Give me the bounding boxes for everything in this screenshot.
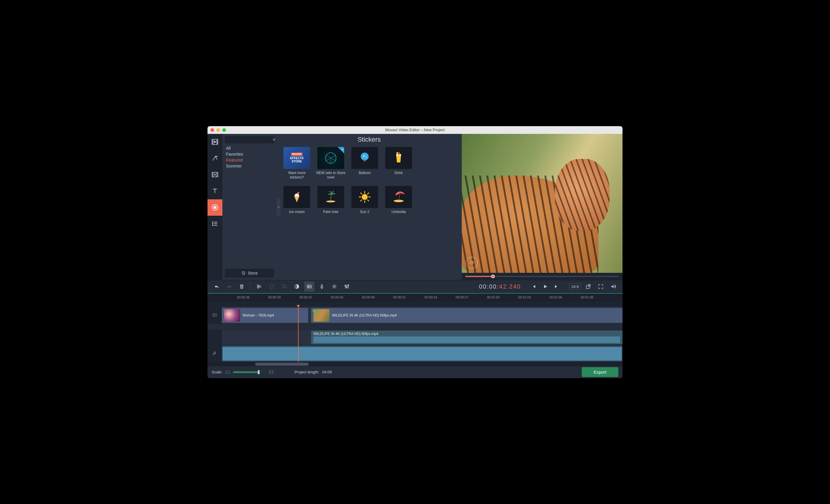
volume-button[interactable] [608,281,618,292]
clip-audio[interactable]: WILDLIFE IN 4K (ULTRA HD) 60fps.mp4 [311,331,622,344]
waveform [314,336,620,343]
svg-point-20 [257,287,259,288]
tracks: Woman - 7826.mp4 ★ WILDLIFE IN 4K (ULTRA… [208,307,622,362]
project-length-label: Project length: [294,370,319,374]
tile-icecream[interactable]: Ice cream [282,186,312,219]
export-button[interactable]: Export [582,367,618,377]
wizard-button[interactable] [304,281,314,292]
left-rail [208,134,222,280]
tile-umbrella[interactable]: Umbrella [384,186,414,219]
tile-sun[interactable]: Sun 2 [350,186,380,219]
stickers-grid: MOVAVIEFFECTSSTORE Want more stickers? N… [282,147,456,219]
umb-thumb [385,186,412,208]
collapse-panel-button[interactable]: ‹ [277,198,281,216]
tile-store[interactable]: MOVAVIEFFECTSSTORE Want more stickers? [282,147,312,180]
popout-button[interactable] [583,281,593,292]
toolbar: 00:00:42.240 16:9 [208,280,622,293]
rail-media[interactable] [208,134,222,150]
svg-point-26 [345,285,346,286]
preview-canvas[interactable]: J K [462,134,622,273]
rail-transitions[interactable] [208,167,222,183]
ruler-tick: 00:00:39 [268,296,281,299]
svg-point-25 [334,286,335,288]
clip-music[interactable] [222,346,622,361]
aspect-ratio[interactable]: 16:9 [569,283,581,290]
music-track-head[interactable] [208,345,222,362]
audio-track-body[interactable]: WILDLIFE IN 4K (ULTRA HD) 60fps.mp4 [222,330,622,344]
clip-woman[interactable]: Woman - 7826.mp4 [222,308,308,323]
cat-summer[interactable]: Summer [225,163,274,169]
timecode: 00:00:42.240 [479,283,521,290]
video-track-body[interactable]: Woman - 7826.mp4 ★ WILDLIFE IN 4K (ULTRA… [222,307,622,324]
svg-rect-32 [269,371,273,373]
tile-label: NEW sets in Store now! [316,171,346,180]
clear-search-icon[interactable]: ✕ [273,137,276,142]
rotate-button[interactable] [267,281,277,292]
record-button[interactable] [317,281,327,292]
cat-featured[interactable]: Featured [225,157,274,163]
minimize-icon[interactable] [217,128,220,132]
rail-filters[interactable] [208,150,222,167]
scrollbar-thumb[interactable] [255,363,309,366]
svg-point-8 [243,274,243,275]
play-button[interactable] [540,281,550,292]
tile-label: Ice cream [289,210,305,219]
svg-point-9 [245,274,245,275]
store-button[interactable]: Store [225,269,274,277]
next-button[interactable] [551,281,562,292]
seek-bar[interactable] [462,273,622,280]
tile-palmtree[interactable]: Palm tree [316,186,346,219]
stickers-panel: Stickers MOVAVIEFFECTSSTORE Want more st… [277,134,462,280]
add-badge-icon [338,147,344,154]
search-input[interactable] [228,138,273,142]
delete-button[interactable] [237,281,247,292]
video-track-head[interactable] [208,307,222,324]
svg-point-5 [212,224,213,224]
ruler-tick: 00:00:54 [424,296,437,299]
undo-button[interactable] [212,281,222,292]
rail-titles[interactable] [208,183,222,199]
timeline-ruler[interactable]: 00:00:36 00:00:39 00:00:42 00:00:45 00:0… [208,293,622,301]
close-icon[interactable] [211,128,214,132]
timeline-scrollbar[interactable] [208,362,622,366]
clip-thumb [224,309,240,322]
ruler-tick: 00:01:00 [487,296,500,299]
prev-button[interactable] [529,281,539,292]
clip-props-button[interactable] [329,281,340,292]
playback-controls [529,281,562,292]
zoom-in-icon[interactable] [269,370,274,374]
ruler-tick: 00:01:03 [518,296,531,299]
svg-point-11 [361,152,369,160]
timecode-orange: 42.240 [499,283,521,290]
preview-panel: J K [462,134,622,280]
svg-point-14 [396,152,398,154]
music-track-body[interactable] [222,345,622,362]
redo-button[interactable] [224,281,234,292]
crop-button[interactable] [279,281,289,292]
fullscreen-button[interactable] [596,281,606,292]
svg-rect-12 [364,160,366,161]
svg-point-15 [297,192,299,194]
tile-balloon[interactable]: Balloon [350,147,380,180]
cat-favorites[interactable]: Favorites [225,151,274,157]
cat-all[interactable]: All [225,145,274,151]
audio-track: WILDLIFE IN 4K (ULTRA HD) 60fps.mp4 [208,330,622,345]
video-track: Woman - 7826.mp4 ★ WILDLIFE IN 4K (ULTRA… [208,307,622,324]
tile-drink[interactable]: Drink [384,147,414,180]
scale-thumb[interactable] [258,370,260,374]
maximize-icon[interactable] [222,128,226,132]
zoom-out-icon[interactable] [225,370,230,374]
seek-thumb[interactable] [491,275,495,278]
scale-slider[interactable] [233,371,266,373]
tile-new-sets[interactable]: NEW sets in Store now! [316,147,346,180]
equalizer-button[interactable] [342,281,352,292]
color-button[interactable] [292,281,302,292]
rail-more[interactable] [208,216,222,232]
seek-track[interactable] [465,276,619,277]
clip-wildlife[interactable]: ★ WILDLIFE IN 4K (ULTRA HD) 60fps.mp4 [311,308,622,323]
split-button[interactable] [254,281,264,292]
titlebar: Movavi Video Editor – New Project [208,126,622,134]
timeline: 00:00:36 00:00:39 00:00:42 00:00:45 00:0… [208,293,622,366]
cart-icon [241,271,246,275]
rail-stickers[interactable] [208,199,222,216]
